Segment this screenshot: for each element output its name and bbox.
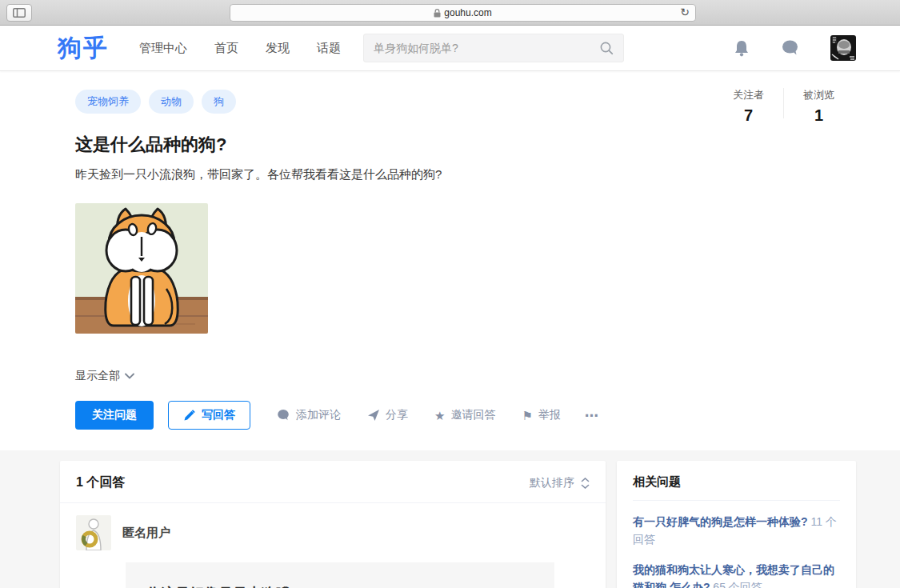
content-bottom: 1 个回答 默认排序 (0, 450, 900, 588)
related-question-1-link[interactable]: 有一只好脾气的狗是怎样一种体验? (633, 515, 808, 528)
report-label: 举报 (538, 408, 561, 422)
anonymous-avatar-image (76, 515, 111, 550)
answers-header: 1 个回答 默认排序 (60, 461, 606, 503)
invite-answer-label: 邀请回答 (450, 408, 495, 422)
report-button[interactable]: ⚑ 举报 (522, 408, 560, 422)
nav-item-home[interactable]: 首页 (214, 41, 238, 56)
related-question-2[interactable]: 我的猫和狗太让人寒心，我想卖了自己的猫和狗 怎么办? 65 个回答 (633, 561, 840, 588)
related-question-2-count: 65 个回答 (713, 581, 762, 588)
related-question-1[interactable]: 有一只好脾气的狗是怎样一种体验? 11 个回答 (633, 513, 840, 549)
sort-arrows-icon (581, 478, 590, 489)
tag-animals[interactable]: 动物 (149, 90, 194, 114)
write-answer-label: 写回答 (202, 408, 235, 422)
stat-followers-label: 关注者 (733, 88, 764, 102)
stat-followers-value: 7 (733, 106, 764, 125)
nav-item-discover[interactable]: 发现 (266, 41, 290, 56)
question-image[interactable] (75, 203, 208, 334)
site-header: 狗乎 管理中心 首页 发现 话题 (0, 26, 900, 71)
pencil-icon (183, 410, 195, 422)
sort-label: 默认排序 (530, 476, 574, 490)
more-actions-button[interactable]: ⋯ (585, 407, 600, 424)
search-box[interactable] (363, 34, 624, 62)
dog-illustration (75, 203, 208, 334)
answer-text: 你这只好像是只土狗哦~ (126, 562, 554, 588)
share-label: 分享 (386, 408, 408, 422)
invite-answer-button[interactable]: ★ 邀请回答 (434, 408, 495, 422)
messages-button[interactable] (781, 39, 800, 57)
chat-icon (781, 39, 800, 57)
write-answer-button[interactable]: 写回答 (168, 401, 250, 430)
sidebar-toggle-button[interactable] (6, 4, 32, 22)
sort-control[interactable]: 默认排序 (530, 476, 590, 490)
search-icon[interactable] (599, 41, 614, 55)
tag-dog[interactable]: 狗 (202, 90, 236, 114)
user-avatar[interactable] (830, 35, 856, 61)
question-title: 这是什么品种的狗? (75, 133, 856, 157)
search-input[interactable] (374, 42, 599, 54)
flag-icon: ⚑ (522, 410, 532, 422)
answers-card: 1 个回答 默认排序 (60, 461, 606, 588)
nav-item-topics[interactable]: 话题 (317, 41, 341, 56)
header-right (733, 35, 856, 61)
follow-question-button[interactable]: 关注问题 (75, 401, 154, 430)
url-text: gouhu.com (444, 7, 491, 18)
notifications-button[interactable] (733, 39, 750, 58)
show-all-toggle[interactable]: 显示全部 (75, 369, 856, 383)
bell-icon (733, 39, 750, 58)
star-icon: ★ (434, 410, 445, 422)
stat-followers: 关注者 7 (714, 88, 783, 125)
question-stats: 关注者 7 被浏览 1 (714, 88, 854, 125)
answer-author-name[interactable]: 匿名用户 (122, 526, 170, 541)
paper-plane-icon (367, 409, 380, 422)
tag-pet-care[interactable]: 宠物饲养 (75, 90, 141, 114)
site-logo[interactable]: 狗乎 (58, 32, 109, 65)
sidebar-toggle-icon (13, 8, 26, 18)
lock-icon (434, 9, 441, 18)
stat-views: 被浏览 1 (784, 88, 854, 125)
chevron-down-icon (125, 373, 134, 379)
question-description: 昨天捡到一只小流浪狗，带回家了。各位帮我看看这是什么品种的狗? (75, 167, 856, 182)
share-button[interactable]: 分享 (367, 408, 408, 422)
nav-item-manage[interactable]: 管理中心 (139, 41, 187, 56)
comment-icon (277, 409, 290, 422)
anonymous-avatar[interactable] (76, 515, 111, 550)
answers-count: 1 个回答 (76, 474, 125, 491)
related-questions-card: 相关问题 有一只好脾气的狗是怎样一种体验? 11 个回答 我的猫和狗太让人寒心，… (617, 461, 856, 588)
add-comment-label: 添加评论 (296, 408, 341, 422)
related-questions-title: 相关问题 (633, 474, 840, 501)
main-nav: 管理中心 首页 发现 话题 (139, 41, 341, 56)
add-comment-button[interactable]: 添加评论 (277, 408, 341, 422)
address-bar[interactable]: gouhu.com ↻ (230, 4, 696, 22)
stat-views-label: 被浏览 (803, 88, 834, 102)
answer-author-row: 匿名用户 (76, 515, 590, 550)
browser-chrome: gouhu.com ↻ (0, 0, 900, 26)
show-all-label: 显示全部 (75, 369, 120, 383)
stat-views-value: 1 (803, 106, 834, 125)
browser-window: gouhu.com ↻ 狗乎 管理中心 首页 发现 话题 (0, 0, 900, 588)
question-section: 宠物饲养 动物 狗 关注者 7 被浏览 1 这是什么品种的狗? 昨天捡到一只小流… (0, 71, 900, 450)
reload-icon[interactable]: ↻ (680, 6, 690, 18)
answer-item: 匿名用户 你这只好像是只土狗哦~ (60, 503, 606, 588)
question-actions: 关注问题 写回答 添加评论 分享 (75, 401, 856, 430)
user-avatar-image (830, 35, 856, 61)
